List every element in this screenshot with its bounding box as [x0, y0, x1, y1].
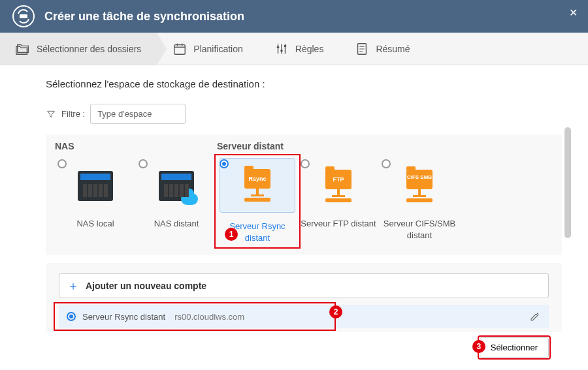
svg-rect-1: [20, 14, 27, 18]
scrollbar[interactable]: [564, 127, 571, 238]
step-label: Règles: [295, 44, 324, 54]
account-type: Serveur Rsync distant: [82, 312, 165, 322]
dest-radio-cifs[interactable]: [382, 159, 391, 168]
plus-icon: ＋: [67, 280, 79, 292]
account-host: rs00.cloudlws.com: [174, 312, 244, 322]
folders-icon: [16, 42, 30, 56]
dialog-header: Créer une tâche de synchronisation ✕: [0, 0, 588, 33]
step-label: Sélectionner des dossiers: [37, 44, 141, 54]
dest-label: Serveur CIFS/SMB distant: [379, 218, 460, 241]
filter-row: Filtre : Type d'espace: [46, 104, 562, 124]
destination-section: NAS Serveur distant NAS local NAS distan…: [46, 134, 562, 255]
dest-label: NAS distant: [154, 218, 199, 230]
document-icon: [355, 42, 369, 56]
cifs-icon: CIFS SMB: [393, 163, 446, 209]
badge-2: 2: [329, 305, 342, 318]
add-account-button[interactable]: ＋ Ajouter un nouveau compte: [59, 273, 549, 298]
main-content: Sélectionnez l'espace de stockage de des…: [0, 65, 588, 332]
accounts-panel: ＋ Ajouter un nouveau compte 2 Serveur Rs…: [46, 263, 562, 332]
account-radio[interactable]: [67, 312, 76, 321]
sliders-icon: [274, 42, 289, 56]
dialog-title: Créer une tâche de synchronisation: [44, 10, 244, 23]
dest-radio-ftp[interactable]: [301, 159, 310, 168]
nas-local-icon: [69, 163, 122, 209]
ftp-icon: FTP: [312, 163, 365, 209]
badge-1: 1: [225, 228, 238, 241]
step-folders[interactable]: Sélectionner des dossiers: [0, 33, 157, 65]
nas-remote-icon: [150, 163, 203, 209]
dest-radio-nas-remote[interactable]: [139, 159, 148, 168]
step-rules[interactable]: Règles: [259, 33, 340, 65]
step-label: Planification: [193, 44, 243, 54]
sync-icon: [10, 3, 37, 29]
group-remote: Serveur distant: [217, 141, 284, 151]
svg-point-9: [276, 46, 279, 48]
dest-ftp[interactable]: FTP Serveur FTP distant: [298, 158, 379, 243]
filter-select[interactable]: Type d'espace: [90, 104, 185, 124]
wizard-steps: Sélectionner des dossiers Planification …: [0, 33, 588, 65]
svg-rect-2: [174, 44, 186, 54]
dest-nas-local[interactable]: NAS local: [55, 158, 136, 243]
step-summary[interactable]: Résumé: [339, 33, 425, 65]
group-nas: NAS: [55, 141, 217, 151]
svg-point-11: [284, 44, 286, 47]
select-button-label: Sélectionner: [491, 343, 538, 352]
filter-icon: [46, 109, 56, 119]
dest-radio-nas-local[interactable]: [57, 159, 67, 168]
select-button[interactable]: 3 Sélectionner: [480, 337, 549, 358]
step-label: Résumé: [376, 44, 410, 54]
rsync-icon: Rsync: [220, 158, 295, 213]
page-subtitle: Sélectionnez l'espace de stockage de des…: [46, 78, 562, 89]
account-row[interactable]: 2 Serveur Rsync distant rs00.cloudlws.co…: [59, 305, 549, 328]
badge-3: 3: [472, 340, 485, 353]
calendar-icon: [172, 42, 187, 56]
close-icon[interactable]: ✕: [569, 7, 578, 19]
add-account-label: Ajouter un nouveau compte: [86, 281, 206, 291]
dest-cifs[interactable]: CIFS SMB Serveur CIFS/SMB distant: [379, 158, 460, 243]
dest-nas-remote[interactable]: NAS distant: [136, 158, 217, 243]
dest-rsync[interactable]: Rsync Serveur Rsync distant 1: [217, 158, 298, 243]
step-schedule[interactable]: Planification: [157, 33, 259, 65]
filter-label: Filtre :: [61, 109, 85, 119]
edit-icon[interactable]: [529, 311, 541, 322]
dest-label: NAS local: [76, 218, 114, 230]
dest-label: Serveur FTP distant: [301, 218, 376, 230]
svg-point-10: [280, 49, 283, 52]
dest-radio-rsync[interactable]: [220, 159, 229, 168]
